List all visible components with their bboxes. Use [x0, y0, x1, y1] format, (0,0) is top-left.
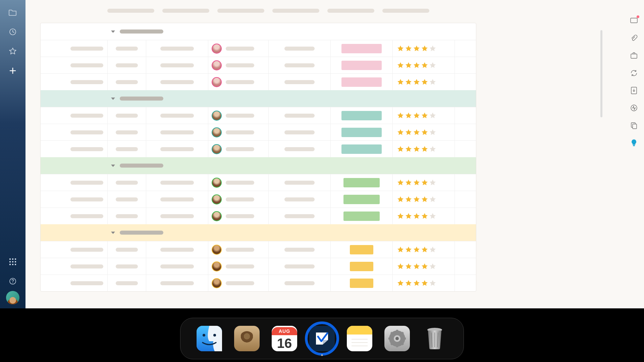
column-header[interactable]: [162, 9, 209, 13]
cell-assignee[interactable]: [208, 174, 269, 191]
cell[interactable]: [269, 174, 331, 191]
conversations-icon[interactable]: [630, 17, 638, 25]
cell[interactable]: [146, 74, 208, 90]
cell[interactable]: [108, 57, 146, 73]
recent-icon[interactable]: [8, 27, 17, 36]
cell[interactable]: [269, 241, 331, 258]
cell[interactable]: [269, 141, 331, 157]
cell-task[interactable]: [41, 208, 108, 224]
star-rating[interactable]: [397, 179, 436, 186]
cell-assignee[interactable]: [208, 208, 269, 224]
cell[interactable]: [269, 191, 331, 207]
cell-task[interactable]: [41, 258, 108, 275]
cell[interactable]: [269, 208, 331, 224]
group-header[interactable]: [41, 224, 476, 241]
cell[interactable]: [146, 141, 208, 157]
cell[interactable]: [455, 57, 476, 73]
favorites-icon[interactable]: [8, 47, 17, 56]
cell-rating[interactable]: [393, 241, 455, 258]
cell-status[interactable]: [331, 174, 393, 191]
cell-assignee[interactable]: [208, 124, 269, 140]
table-row[interactable]: [41, 140, 476, 157]
cell-assignee[interactable]: [208, 275, 269, 291]
trash-icon[interactable]: [422, 326, 447, 351]
finder-app-icon[interactable]: [197, 326, 222, 351]
cell[interactable]: [146, 174, 208, 191]
table-row[interactable]: [41, 258, 476, 275]
cell[interactable]: [146, 57, 208, 73]
cell-rating[interactable]: [393, 141, 455, 157]
cell[interactable]: [108, 107, 146, 124]
copy-icon[interactable]: [630, 121, 638, 129]
cell-task[interactable]: [41, 275, 108, 291]
cell-rating[interactable]: [393, 191, 455, 207]
lightbulb-icon[interactable]: [630, 139, 638, 147]
cell[interactable]: [146, 107, 208, 124]
cell[interactable]: [108, 124, 146, 140]
column-header[interactable]: [327, 9, 374, 13]
calendar-app-icon[interactable]: AUG 16: [272, 326, 297, 351]
smartsheet-app-icon[interactable]: [309, 326, 335, 351]
table-row[interactable]: [41, 207, 476, 224]
cell[interactable]: [455, 241, 476, 258]
cell[interactable]: [146, 191, 208, 207]
cell-task[interactable]: [41, 57, 108, 73]
column-header[interactable]: [382, 9, 429, 13]
star-rating[interactable]: [397, 280, 436, 287]
cell-task[interactable]: [41, 107, 108, 124]
scrollbar[interactable]: [600, 30, 602, 117]
column-header[interactable]: [217, 9, 264, 13]
cell-task[interactable]: [41, 174, 108, 191]
group-header[interactable]: [41, 90, 476, 107]
cell-status[interactable]: [331, 208, 393, 224]
cell-status[interactable]: [331, 57, 393, 73]
cell-task[interactable]: [41, 241, 108, 258]
cell[interactable]: [146, 40, 208, 57]
cell[interactable]: [455, 141, 476, 157]
cell-rating[interactable]: [393, 124, 455, 140]
cell-task[interactable]: [41, 124, 108, 140]
cell-rating[interactable]: [393, 258, 455, 275]
cell-status[interactable]: [331, 275, 393, 291]
group-header[interactable]: [41, 157, 476, 174]
notes-app-icon[interactable]: [347, 326, 372, 351]
cell[interactable]: [108, 141, 146, 157]
cell-status[interactable]: [331, 241, 393, 258]
cell[interactable]: [146, 258, 208, 275]
cell-rating[interactable]: [393, 174, 455, 191]
cell-rating[interactable]: [393, 40, 455, 57]
star-rating[interactable]: [397, 196, 436, 203]
cell[interactable]: [108, 191, 146, 207]
cell[interactable]: [455, 107, 476, 124]
cell[interactable]: [269, 275, 331, 291]
star-rating[interactable]: [397, 246, 436, 253]
collapse-chevron-icon[interactable]: [111, 165, 115, 167]
collapse-chevron-icon[interactable]: [111, 98, 115, 100]
cell[interactable]: [269, 107, 331, 124]
column-header[interactable]: [272, 9, 319, 13]
cell[interactable]: [146, 241, 208, 258]
cell[interactable]: [455, 174, 476, 191]
cell[interactable]: [108, 74, 146, 90]
cell-status[interactable]: [331, 74, 393, 90]
cell[interactable]: [269, 258, 331, 275]
cell-rating[interactable]: [393, 208, 455, 224]
cell[interactable]: [146, 208, 208, 224]
cell[interactable]: [455, 208, 476, 224]
cell-assignee[interactable]: [208, 258, 269, 275]
cell[interactable]: [269, 74, 331, 90]
cell-status[interactable]: [331, 258, 393, 275]
star-rating[interactable]: [397, 112, 436, 119]
cell[interactable]: [108, 208, 146, 224]
contacts-app-icon[interactable]: [234, 326, 260, 351]
collapse-chevron-icon[interactable]: [111, 232, 115, 234]
cell[interactable]: [455, 40, 476, 57]
cell-assignee[interactable]: [208, 107, 269, 124]
column-header[interactable]: [107, 9, 154, 13]
group-header[interactable]: [41, 23, 476, 40]
star-rating[interactable]: [397, 45, 436, 52]
star-rating[interactable]: [397, 78, 436, 86]
cell[interactable]: [108, 258, 146, 275]
cell-status[interactable]: [331, 124, 393, 140]
cell[interactable]: [269, 57, 331, 73]
